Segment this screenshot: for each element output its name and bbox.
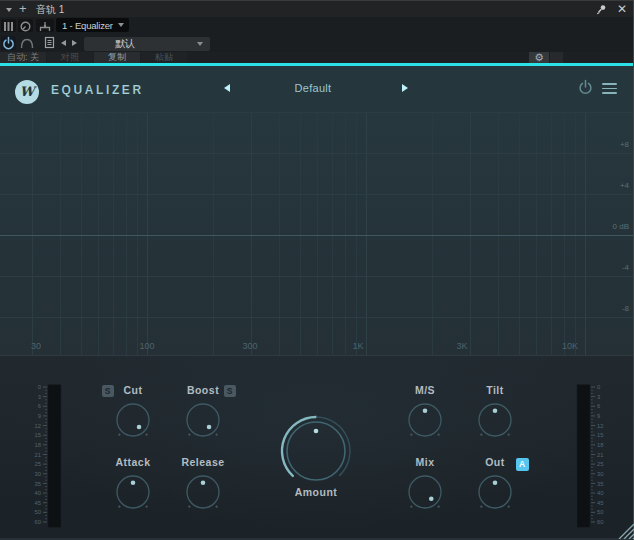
- preset-next-icon[interactable]: [402, 84, 408, 92]
- power-icon[interactable]: [577, 79, 594, 96]
- close-icon[interactable]: ✕: [617, 2, 627, 16]
- input-meter: 03691215182125303540455060: [24, 380, 64, 532]
- svg-text:6: 6: [38, 403, 41, 409]
- amount-label: Amount: [276, 486, 356, 498]
- cut-label: Cut: [93, 384, 173, 396]
- resize-handle[interactable]: [613, 518, 634, 539]
- preset-dropdown-caret-icon: [197, 42, 203, 46]
- tab-paste[interactable]: 粘贴: [141, 52, 187, 63]
- svg-text:-4: -4: [622, 263, 630, 272]
- svg-text:9: 9: [597, 413, 600, 419]
- svg-text:60: 60: [35, 519, 41, 525]
- svg-text:10K: 10K: [562, 341, 578, 351]
- svg-text:45: 45: [35, 500, 41, 506]
- tab-copy[interactable]: 复制: [94, 52, 140, 63]
- attack-label: Attack: [93, 456, 173, 468]
- mix-label: Mix: [385, 456, 465, 468]
- svg-text:21: 21: [597, 452, 603, 458]
- svg-text:3K: 3K: [456, 341, 467, 351]
- bypass-icon[interactable]: [20, 38, 34, 49]
- amount-knob[interactable]: [271, 406, 361, 496]
- plugin-title: EQUALIZER: [51, 83, 144, 97]
- svg-text:0 dB: 0 dB: [613, 222, 629, 231]
- svg-text:35: 35: [597, 481, 603, 487]
- tilt-knob[interactable]: [473, 398, 517, 442]
- svg-text:18: 18: [35, 442, 41, 448]
- svg-text:50: 50: [597, 509, 603, 515]
- plugin-selector[interactable]: 1 - Equalizer: [56, 18, 129, 32]
- svg-text:3: 3: [597, 394, 600, 400]
- plugin-header: W EQUALIZER Default: [0, 66, 634, 112]
- svg-text:6: 6: [597, 403, 600, 409]
- svg-text:300: 300: [242, 341, 257, 351]
- cut-knob[interactable]: [111, 398, 155, 442]
- svg-text:40: 40: [597, 490, 603, 496]
- control-panel: 03691215182125303540455060 0369121518212…: [0, 356, 634, 540]
- waves-logo: W: [15, 80, 39, 104]
- release-label: Release: [163, 456, 243, 468]
- boost-knob[interactable]: [181, 398, 225, 442]
- out-knob[interactable]: [473, 470, 517, 514]
- svg-text:21: 21: [35, 452, 41, 458]
- preset-prev-icon[interactable]: [224, 84, 230, 92]
- output-meter: 03691215182125303540455060: [574, 380, 614, 532]
- plugin-window: + 音轨 1 ✕ 1 - Equalizer: [0, 0, 634, 540]
- menu-icon[interactable]: [602, 83, 617, 95]
- release-knob[interactable]: [181, 470, 225, 514]
- title-bar: + 音轨 1 ✕: [0, 0, 634, 17]
- svg-text:35: 35: [35, 481, 41, 487]
- mixer-icon[interactable]: [1, 19, 16, 32]
- ms-knob[interactable]: [403, 398, 447, 442]
- svg-text:25: 25: [597, 461, 603, 467]
- preset-dropdown-value: 默认: [115, 37, 135, 51]
- plugin-selector-caret-icon: [118, 23, 124, 27]
- tilt-label: Tilt: [455, 384, 535, 396]
- ms-label: M/S: [385, 384, 465, 396]
- plugin-power-button[interactable]: [1, 36, 16, 50]
- preset-dropdown[interactable]: 默认: [84, 37, 210, 51]
- svg-text:45: 45: [597, 500, 603, 506]
- svg-text:30: 30: [597, 471, 603, 477]
- svg-text:0: 0: [38, 384, 41, 390]
- eq-graph[interactable]: +8+40 dB-4-8301003001K3K10K: [0, 112, 634, 356]
- svg-text:15: 15: [597, 432, 603, 438]
- tab-compare[interactable]: 对照: [47, 52, 93, 63]
- svg-text:25: 25: [35, 461, 41, 467]
- svg-text:18: 18: [597, 442, 603, 448]
- svg-text:12: 12: [597, 423, 603, 429]
- svg-text:100: 100: [139, 341, 154, 351]
- tab-automation[interactable]: 自动: 关: [0, 52, 46, 63]
- svg-text:+8: +8: [620, 140, 630, 149]
- preset-browser-icon[interactable]: [44, 36, 55, 49]
- svg-text:30: 30: [31, 341, 41, 351]
- insert-slot-row: 1 - Equalizer: [0, 17, 634, 34]
- svg-text:-8: -8: [622, 304, 630, 313]
- gear-icon[interactable]: ⚙: [529, 52, 549, 63]
- svg-text:30: 30: [35, 471, 41, 477]
- settings-dropdown[interactable]: [550, 52, 563, 63]
- window-dropdown-icon[interactable]: [6, 8, 12, 12]
- preset-toolbar: 默认: [0, 34, 634, 52]
- svg-text:+4: +4: [620, 181, 630, 190]
- attack-knob[interactable]: [111, 470, 155, 514]
- knob-icon[interactable]: [18, 19, 33, 32]
- routing-icon[interactable]: [36, 19, 54, 32]
- svg-text:12: 12: [35, 423, 41, 429]
- svg-text:0: 0: [597, 384, 600, 390]
- add-insert-icon[interactable]: +: [19, 1, 27, 17]
- svg-text:1K: 1K: [352, 341, 363, 351]
- mix-knob[interactable]: [403, 470, 447, 514]
- previous-preset-icon[interactable]: [61, 40, 66, 46]
- next-preset-icon[interactable]: [72, 40, 77, 46]
- svg-text:60: 60: [597, 519, 603, 525]
- svg-text:3: 3: [38, 394, 41, 400]
- preset-name[interactable]: Default: [253, 82, 373, 94]
- svg-text:50: 50: [35, 509, 41, 515]
- out-auto-badge[interactable]: A: [516, 458, 529, 471]
- svg-text:15: 15: [35, 432, 41, 438]
- function-tab-row: 自动: 关 对照 复制 粘贴 ⚙: [0, 52, 634, 63]
- plugin-selector-value: 1 - Equalizer: [62, 20, 113, 31]
- window-title: 音轨 1: [36, 4, 64, 16]
- boost-solo-badge[interactable]: S: [224, 385, 236, 397]
- pin-icon[interactable]: [596, 4, 607, 15]
